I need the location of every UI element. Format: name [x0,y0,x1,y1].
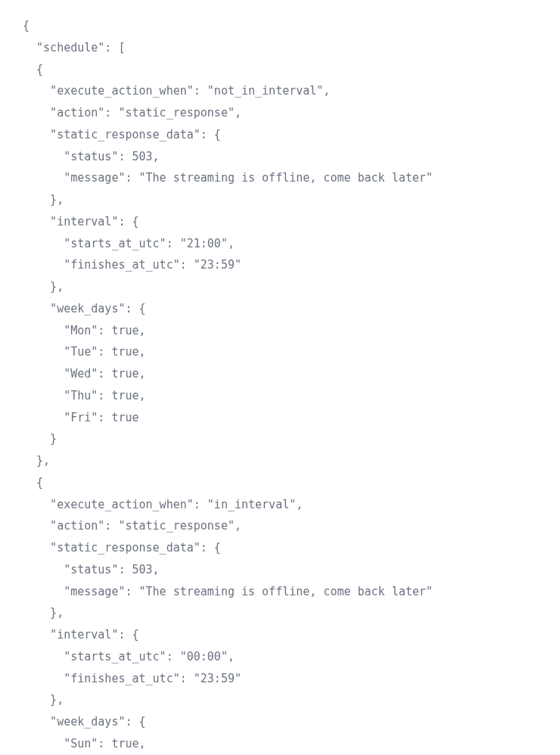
json-code-block: { "schedule": [ { "execute_action_when":… [23,15,537,755]
json-code-content[interactable]: { "schedule": [ { "execute_action_when":… [23,19,433,755]
